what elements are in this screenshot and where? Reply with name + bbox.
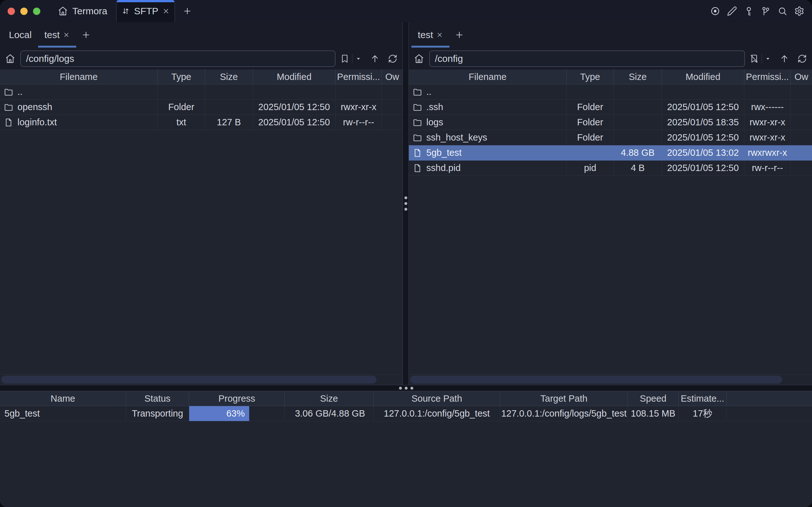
col-permissions[interactable]: Permissi... — [744, 69, 791, 84]
file-type: Folder — [566, 115, 614, 130]
right-path-input[interactable]: /config — [429, 50, 745, 67]
up-directory-icon[interactable] — [779, 54, 789, 63]
file-row-sshd-pid[interactable]: sshd.pid pid 4 B 2025/01/05 12:50 rw-r--… — [409, 161, 812, 176]
file-row-logs[interactable]: logs Folder 2025/01/05 18:35 rwxr-xr-x — [409, 115, 812, 130]
close-tab-icon[interactable] — [162, 7, 170, 15]
pane-splitter[interactable] — [402, 22, 409, 385]
col-progress[interactable]: Progress — [189, 391, 285, 406]
left-pathbar: /config/logs — [0, 48, 402, 69]
keys-button[interactable] — [744, 6, 754, 16]
file-row-parent[interactable]: .. — [409, 84, 812, 100]
left-hscroll-track — [0, 374, 402, 385]
new-tab-button[interactable] — [182, 6, 192, 16]
transfer-size: 3.06 GB/4.88 GB — [285, 406, 374, 421]
keychain-button[interactable] — [761, 6, 771, 16]
file-modified: 2025/01/05 18:35 — [662, 115, 744, 130]
file-row-openssh[interactable]: openssh Folder 2025/01/05 12:50 rwxr-xr-… — [0, 100, 402, 115]
col-modified[interactable]: Modified — [662, 69, 744, 84]
transfer-speed: 108.15 MB — [628, 406, 679, 421]
transfer-status: Transporting — [126, 406, 189, 421]
file-name: .. — [426, 87, 431, 97]
splitter-handle-icon — [404, 196, 407, 211]
transfer-arrows-icon — [121, 7, 130, 15]
file-name: logs — [426, 117, 443, 127]
file-row-5gb-test-selected[interactable]: 5gb_test 4.88 GB 2025/01/05 13:02 rwxrwx… — [409, 145, 812, 161]
file-owner — [382, 100, 402, 115]
file-owner — [791, 115, 812, 130]
tab-termora-home[interactable]: Termora — [55, 0, 110, 22]
right-pathbar: /config — [409, 48, 812, 69]
left-pane-tabs: Local test — [0, 22, 402, 48]
transfer-row-5gb-test[interactable]: 5gb_test Transporting 63% 3.06 GB/4.88 G… — [0, 406, 812, 421]
file-permissions: rwx------ — [744, 100, 791, 115]
col-filename[interactable]: Filename — [0, 69, 158, 84]
col-size[interactable]: Size — [614, 69, 662, 84]
gear-icon — [794, 6, 804, 16]
pencil-icon — [727, 6, 737, 16]
up-directory-icon[interactable] — [370, 54, 380, 63]
chevron-down-icon[interactable] — [355, 55, 362, 62]
col-target-path[interactable]: Target Path — [500, 391, 628, 406]
left-path-input[interactable]: /config/logs — [20, 50, 335, 67]
right-hscroll-thumb[interactable] — [410, 376, 782, 384]
refresh-icon[interactable] — [797, 54, 807, 63]
tab-test-label: test — [418, 30, 433, 40]
edit-button[interactable] — [727, 6, 737, 16]
file-size — [614, 100, 662, 115]
file-icon — [413, 148, 422, 158]
col-type[interactable]: Type — [566, 69, 614, 84]
right-new-tab-button[interactable] — [454, 30, 464, 40]
folder-icon — [413, 118, 422, 127]
bookmark-icon[interactable] — [340, 54, 349, 63]
file-owner — [791, 145, 812, 161]
col-modified[interactable]: Modified — [253, 69, 335, 84]
file-modified: 2025/01/05 12:50 — [662, 161, 744, 176]
left-hscroll-thumb[interactable] — [1, 376, 376, 384]
close-tab-icon[interactable] — [436, 32, 443, 38]
titlebar: Termora SFTP — [0, 0, 812, 22]
file-row-loginfo[interactable]: loginfo.txt txt 127 B 2025/01/05 12:50 r… — [0, 115, 402, 130]
left-new-tab-button[interactable] — [81, 30, 91, 40]
file-permissions: rwxr-xr-x — [744, 115, 791, 130]
tab-test-left[interactable]: test — [38, 22, 76, 48]
col-source-path[interactable]: Source Path — [374, 391, 500, 406]
col-owner[interactable]: Ow — [791, 69, 812, 84]
col-permissions[interactable]: Permissi... — [335, 69, 382, 84]
file-size — [614, 130, 662, 145]
col-owner[interactable]: Ow — [382, 69, 402, 84]
local-pane: Local test /config/logs — [0, 22, 402, 385]
transfer-progress-cell: 63% — [189, 406, 285, 421]
progress-bar: 63% — [189, 406, 249, 421]
col-name[interactable]: Name — [0, 391, 126, 406]
tab-test-right[interactable]: test — [412, 22, 449, 48]
file-name: 5gb_test — [426, 148, 462, 158]
chevron-down-icon[interactable] — [764, 55, 771, 62]
col-type[interactable]: Type — [158, 69, 205, 84]
settings-button[interactable] — [794, 6, 804, 16]
tab-sftp[interactable]: SFTP — [116, 0, 175, 22]
minimize-window-button[interactable] — [20, 8, 28, 15]
file-row-ssh-host-keys[interactable]: ssh_host_keys Folder 2025/01/05 12:50 rw… — [409, 130, 812, 145]
file-row-ssh[interactable]: .ssh Folder 2025/01/05 12:50 rwx------ — [409, 100, 812, 115]
col-status[interactable]: Status — [126, 391, 189, 406]
col-size[interactable]: Size — [205, 69, 253, 84]
col-filename[interactable]: Filename — [409, 69, 566, 84]
close-tab-icon[interactable] — [63, 32, 70, 38]
zoom-window-button[interactable] — [33, 8, 40, 15]
close-window-button[interactable] — [8, 8, 15, 15]
file-name: ssh_host_keys — [426, 132, 487, 143]
home-icon[interactable] — [414, 54, 424, 64]
col-speed[interactable]: Speed — [628, 391, 679, 406]
col-size[interactable]: Size — [285, 391, 374, 406]
file-modified: 2025/01/05 13:02 — [662, 145, 744, 161]
search-button[interactable] — [777, 6, 788, 16]
file-row-parent[interactable]: .. — [0, 84, 402, 100]
tab-local[interactable]: Local — [3, 22, 38, 48]
home-icon[interactable] — [5, 54, 15, 64]
bookmark-slash-icon[interactable] — [750, 54, 759, 63]
transfer-splitter[interactable] — [0, 385, 812, 391]
right-path-value: /config — [435, 53, 463, 64]
col-estimate[interactable]: Estimate... — [679, 391, 726, 406]
refresh-icon[interactable] — [388, 54, 397, 63]
record-button[interactable] — [710, 6, 720, 16]
